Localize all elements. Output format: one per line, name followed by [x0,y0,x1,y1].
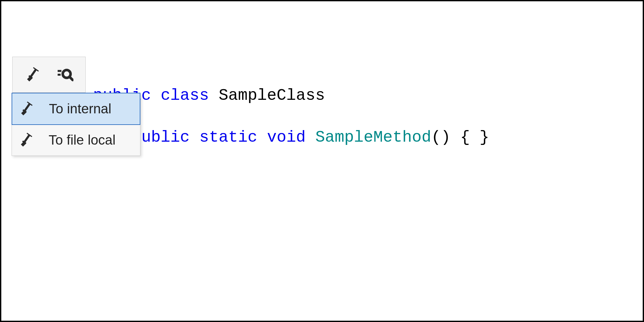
keyword-public: public [132,128,190,147]
hammer-icon [18,131,36,149]
refactor-menu: To internal To file local [12,93,140,156]
code-editor[interactable]: public class SampleClass { public static… [93,64,489,148]
hammer-icon [25,66,43,84]
quick-actions-button[interactable] [12,57,86,93]
menu-item-label: To internal [49,101,111,117]
code-line-3: public static void SampleMethod() { } [93,128,489,147]
preview-icon [55,66,73,84]
keyword-class: class [161,86,209,105]
method-name: SampleMethod [315,128,431,147]
hammer-icon [19,100,37,118]
class-name: SampleClass [219,86,325,105]
menu-item-to-file-local[interactable]: To file local [12,125,140,156]
menu-item-label: To file local [49,132,116,148]
svg-line-3 [70,77,72,80]
keyword-void: void [267,128,306,147]
keyword-static: static [199,128,257,147]
menu-item-to-internal[interactable]: To internal [12,93,140,125]
